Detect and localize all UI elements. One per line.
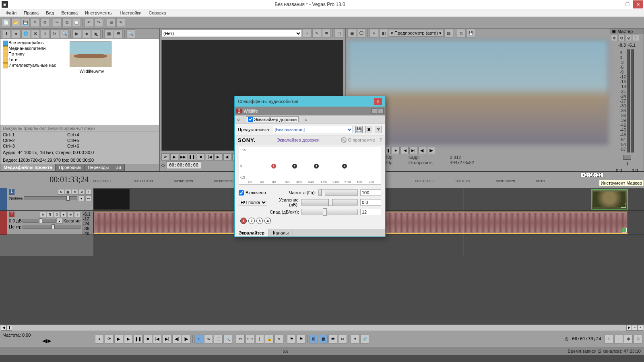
trimmer-prev-icon[interactable]: ◀| [223, 153, 231, 160]
preview-prevframe-icon[interactable]: ◀| [418, 147, 426, 154]
preview-start-icon[interactable]: |◀ [400, 147, 409, 154]
tab-equalizer[interactable]: Эквалайзер [235, 229, 269, 237]
preview-external-icon[interactable]: 🖵 [357, 29, 366, 38]
media-tree[interactable]: Все медиафайлы Медианакопители По типу Т… [0, 39, 67, 125]
help-icon[interactable]: ? [380, 138, 382, 142]
crossfade-button[interactable]: ⋈ [338, 335, 347, 343]
play-icon[interactable]: ▶ [72, 29, 81, 38]
zoom-out-v-icon[interactable]: − [632, 325, 638, 331]
autoripple-button[interactable]: ⇄ [328, 335, 337, 343]
prev-frame-button[interactable]: ◀| [172, 335, 181, 343]
chain-end-icon[interactable]: —○ [300, 117, 308, 122]
markers-button[interactable]: ▿ [275, 335, 283, 343]
info-icon[interactable]: ℹ [626, 161, 628, 166]
zoom-in-v-icon[interactable]: + [638, 325, 643, 331]
menu-edit[interactable]: Правка [21, 10, 42, 16]
tab-channels[interactable]: Каналы [269, 229, 293, 237]
preview-project-icon[interactable]: ▣ [347, 29, 356, 38]
eq-band-2[interactable]: 2 [292, 164, 297, 169]
track-mute-icon[interactable]: ⊘ [78, 189, 85, 195]
band-select-3[interactable]: 3 [256, 218, 263, 224]
trimmer-loop-icon[interactable]: ⟳ [161, 153, 169, 160]
freq-slider[interactable] [318, 189, 358, 196]
selection-tool[interactable]: ⬚ [214, 335, 223, 343]
play-start-button[interactable]: ▶ [114, 335, 123, 343]
zoom-out-h-icon[interactable]: − [614, 335, 623, 343]
tree-all-media[interactable]: Все медиафайлы [0, 40, 67, 45]
track-solo-icon[interactable]: ! [74, 212, 80, 217]
trimmer-fx-edit-icon[interactable]: ✎ [312, 29, 321, 38]
auto-button[interactable]: ✦ [351, 335, 359, 343]
preview-overlay-icon[interactable]: ▦ [444, 29, 453, 38]
track-gear-icon[interactable]: ⚙ [54, 212, 60, 217]
eq-band-4[interactable]: 4 [342, 164, 347, 169]
menu-file[interactable]: Файл [2, 10, 20, 16]
track-record-icon[interactable]: ● [60, 212, 67, 217]
chain-add-icon[interactable] [372, 108, 377, 114]
get-media-icon[interactable]: 🌐 [21, 29, 30, 38]
clip-fx-icon[interactable] [622, 228, 627, 232]
stop-button[interactable]: ■ [143, 335, 152, 343]
preview-copy-icon[interactable]: ⧉ [457, 29, 466, 38]
envelope-tool[interactable]: ∿ [204, 335, 213, 343]
preview-quality-select[interactable]: ▾ Предпросмотр (авто) ▾ [389, 30, 444, 37]
tree-smart[interactable]: Интеллектуальные нак [0, 62, 67, 68]
tree-tags[interactable]: Теги [0, 57, 67, 62]
track-automation[interactable]: Касание [64, 218, 80, 223]
scroll-left-icon[interactable]: ◀ [1, 325, 6, 331]
preview-nextframe-icon[interactable]: |▶ [427, 147, 435, 154]
close-button[interactable]: ✕ [633, 0, 643, 8]
transport-timecode[interactable]: 00:01:33;24 [570, 335, 604, 342]
eq-graph[interactable]: +15 0 -15 1 2 3 4 2040801603206401.2K2.6… [239, 147, 381, 185]
track-fx-icon[interactable]: fx [58, 189, 64, 195]
list-icon[interactable]: ☰ [114, 29, 123, 38]
master-gear-icon[interactable]: ⚙ [618, 35, 625, 41]
stop-icon[interactable]: ■ [82, 29, 91, 38]
menu-help[interactable]: Справка [146, 10, 169, 16]
track-motion-icon[interactable]: ▦ [65, 189, 71, 195]
cut-button[interactable]: ✂ [236, 335, 245, 343]
audio-track-header[interactable]: 2 fx ⇅ ⚙ ● ⊘ ! 0,0 дБ ⬥ Касание [0, 211, 93, 235]
band-select-1[interactable]: 1 [240, 218, 247, 224]
scroll-right-icon[interactable]: ▶ [626, 325, 632, 331]
zoom-in-h-icon[interactable]: + [605, 335, 613, 343]
zoom-out-v-icon[interactable]: ⊖ [634, 335, 642, 343]
copy-icon[interactable]: ⧉ [62, 18, 71, 27]
fx-enabled-checkbox[interactable] [248, 117, 253, 122]
pan-slider[interactable] [23, 225, 81, 229]
preview-stop-icon[interactable]: ■ [392, 147, 400, 154]
filter-type-select[interactable]: НЧ-полка [239, 199, 267, 206]
volume-slider[interactable] [23, 219, 56, 223]
clip-fx-icon[interactable] [621, 203, 626, 208]
new-project-icon[interactable]: 📄 [2, 18, 10, 27]
gain-slider[interactable] [301, 199, 358, 206]
preset-help-icon[interactable]: ? [375, 126, 382, 133]
views-icon[interactable]: ▦ [104, 29, 113, 38]
enabled-checkbox[interactable] [239, 190, 244, 195]
compositing-icon[interactable]: ▾ [78, 195, 85, 201]
fx-chain-node[interactable]: Эквалайзер дорожки [246, 116, 299, 122]
video-track-header[interactable]: 1 fx ▦ ⚙ ⊘ ! Уровень ▾ ⋯ [0, 188, 93, 211]
next-frame-button[interactable]: |▶ [182, 335, 191, 343]
tab-video-fx[interactable]: Ви [112, 164, 124, 171]
save-icon[interactable]: 💾 [21, 18, 30, 27]
split-button[interactable]: | [255, 335, 264, 343]
lock-button[interactable]: 🔒 [265, 335, 274, 343]
eq-band-1[interactable]: 1 [271, 164, 276, 169]
track-gear-icon[interactable]: ⚙ [72, 189, 78, 195]
dialog-titlebar[interactable]: Спецэффекты аудиособытия ✕ [235, 96, 385, 107]
zoom-icon[interactable]: 🔍 [126, 29, 135, 38]
master-dim-icon[interactable]: ! [633, 35, 639, 41]
about-link[interactable]: О программе [348, 138, 375, 142]
properties-icon[interactable]: ⚙ [40, 18, 49, 27]
timeline-position[interactable]: 00:01:33;24 [0, 172, 93, 188]
scroll-thumb[interactable]: ❚ [6, 325, 12, 331]
undo-icon[interactable]: ↶ [85, 18, 93, 27]
video-clip-1[interactable] [93, 189, 130, 210]
preset-select[interactable]: [Без названия] [273, 126, 353, 133]
cut-icon[interactable]: ✂ [53, 18, 62, 27]
gain-value[interactable]: 0,0 [360, 199, 381, 206]
bypass-icon[interactable] [341, 137, 347, 143]
track-mute-icon[interactable]: ⊘ [67, 212, 74, 217]
marker-flag-icon[interactable]: ⚑ [287, 335, 296, 343]
